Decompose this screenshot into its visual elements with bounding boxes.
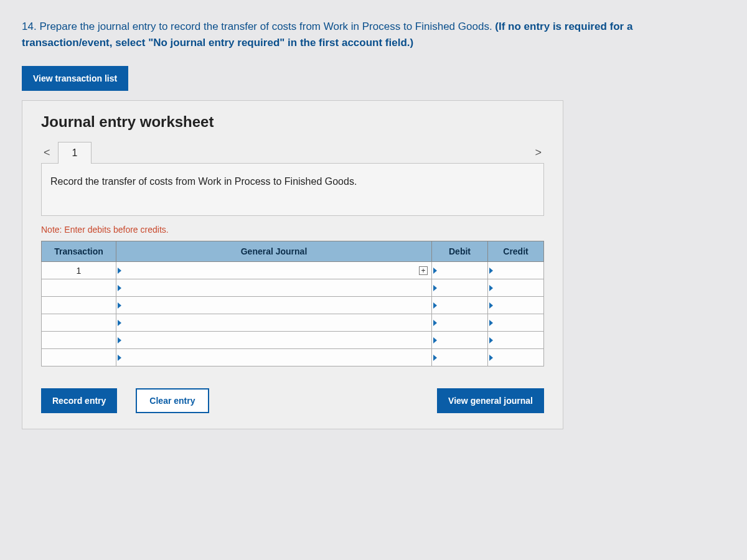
cell-credit-input[interactable] bbox=[488, 262, 544, 279]
table-row bbox=[42, 314, 544, 332]
debits-note: Note: Enter debits before credits. bbox=[41, 225, 544, 235]
view-general-journal-button[interactable]: View general journal bbox=[437, 388, 544, 413]
table-row: 1 + bbox=[42, 262, 544, 279]
th-debit: Debit bbox=[432, 241, 488, 262]
cell-account-select[interactable] bbox=[116, 349, 432, 366]
next-arrow-icon[interactable]: > bbox=[532, 144, 544, 162]
cell-transaction bbox=[42, 332, 116, 349]
button-row: Record entry Clear entry View general jo… bbox=[41, 388, 544, 413]
cell-credit-input[interactable] bbox=[488, 314, 544, 332]
journal-table: Transaction General Journal Debit Credit… bbox=[41, 241, 544, 366]
question-text: 14. Prepare the journal entry to record … bbox=[22, 19, 725, 50]
cell-debit-input[interactable] bbox=[432, 314, 488, 332]
th-general-journal: General Journal bbox=[116, 241, 432, 262]
table-row bbox=[42, 332, 544, 349]
transaction-prompt: Record the transfer of costs from Work i… bbox=[41, 163, 544, 216]
tab-row: < 1 > bbox=[41, 142, 544, 164]
cell-debit-input[interactable] bbox=[432, 262, 488, 279]
cell-credit-input[interactable] bbox=[488, 349, 544, 366]
cell-account-select[interactable] bbox=[116, 332, 432, 349]
th-credit: Credit bbox=[488, 241, 544, 262]
clear-entry-button[interactable]: Clear entry bbox=[136, 388, 209, 413]
cell-credit-input[interactable] bbox=[488, 279, 544, 297]
cell-account-select[interactable] bbox=[116, 314, 432, 332]
cell-debit-input[interactable] bbox=[432, 349, 488, 366]
cell-transaction bbox=[42, 349, 116, 366]
cell-transaction: 1 bbox=[42, 262, 116, 279]
cell-account-select[interactable] bbox=[116, 279, 432, 297]
th-transaction: Transaction bbox=[42, 241, 116, 262]
tab-1[interactable]: 1 bbox=[58, 142, 92, 164]
cell-credit-input[interactable] bbox=[488, 297, 544, 314]
cell-transaction bbox=[42, 279, 116, 297]
cell-debit-input[interactable] bbox=[432, 279, 488, 297]
worksheet-title: Journal entry worksheet bbox=[41, 113, 544, 131]
cell-account-select[interactable]: + bbox=[116, 262, 432, 279]
view-transaction-list-button[interactable]: View transaction list bbox=[22, 66, 128, 91]
cell-debit-input[interactable] bbox=[432, 332, 488, 349]
question-body: Prepare the journal entry to record the … bbox=[39, 21, 495, 32]
table-row bbox=[42, 297, 544, 314]
cell-transaction bbox=[42, 297, 116, 314]
add-line-icon[interactable]: + bbox=[419, 266, 428, 275]
cell-transaction bbox=[42, 314, 116, 332]
cell-account-select[interactable] bbox=[116, 297, 432, 314]
table-row bbox=[42, 279, 544, 297]
record-entry-button[interactable]: Record entry bbox=[41, 388, 117, 413]
journal-worksheet: Journal entry worksheet < 1 > Record the… bbox=[22, 100, 563, 429]
table-row bbox=[42, 349, 544, 366]
question-number: 14. bbox=[22, 21, 37, 32]
cell-debit-input[interactable] bbox=[432, 297, 488, 314]
prev-arrow-icon[interactable]: < bbox=[41, 144, 53, 162]
cell-credit-input[interactable] bbox=[488, 332, 544, 349]
